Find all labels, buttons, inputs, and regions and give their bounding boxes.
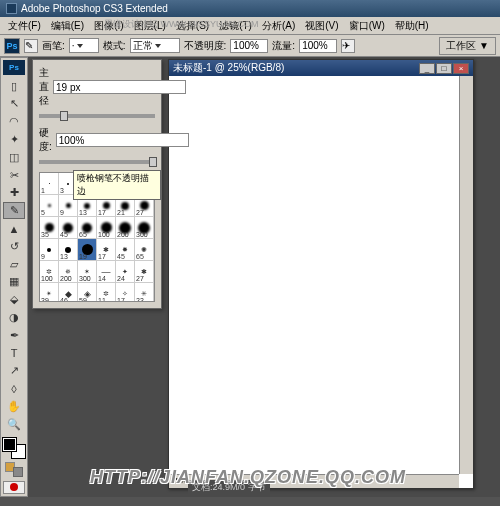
brush-preset[interactable]: ✲11 xyxy=(97,283,116,302)
brush-preset[interactable]: 35 xyxy=(40,217,59,239)
menu-view[interactable]: 视图(V) xyxy=(301,18,342,34)
brush-preset[interactable]: ✴39 xyxy=(40,283,59,302)
brush-preset[interactable]: ◈59 xyxy=(78,283,97,302)
menu-bar: 文件(F) 编辑(E) 图像(I) 图层(L) 选择(S) 滤镜(T) 分析(A… xyxy=(0,17,500,35)
menu-help[interactable]: 帮助(H) xyxy=(391,18,433,34)
hardness-label: 硬度: xyxy=(39,126,52,154)
menu-edit[interactable]: 编辑(E) xyxy=(47,18,88,34)
foreground-color[interactable] xyxy=(3,438,16,451)
marquee-tool[interactable]: ▯ xyxy=(3,78,25,95)
brush-label: 画笔: xyxy=(42,39,65,53)
brush-preset[interactable]: 45 xyxy=(59,217,78,239)
blend-mode-dropdown[interactable]: 正常 xyxy=(130,38,180,53)
zoom-tool[interactable]: 🔍 xyxy=(3,416,25,433)
diameter-slider[interactable] xyxy=(39,114,155,118)
brush-picker-panel: 主直径 硬度: 13591319591317212735456510020030… xyxy=(32,59,162,309)
toolbox: Ps ▯ ↖ ◠ ✦ ◫ ✂ ✚ ✎ ▲ ↺ ▱ ▦ ⬙ ◑ ✒ T ↗ ◊ ✋… xyxy=(0,57,28,497)
brush-preset[interactable]: 100 xyxy=(97,217,116,239)
ps-logo-icon: Ps xyxy=(4,38,20,54)
diameter-input[interactable] xyxy=(53,80,186,94)
document-window: 未标题-1 @ 25%(RGB/8) _ □ × 25% xyxy=(168,59,474,489)
brush-preset[interactable]: 9 xyxy=(40,239,59,261)
brush-preset-dropdown[interactable]: · xyxy=(69,38,99,53)
toolbox-header-icon: Ps xyxy=(3,60,25,75)
brush-preset[interactable]: ✱27 xyxy=(135,261,154,283)
brush-tool[interactable]: ✎ xyxy=(3,202,25,219)
brush-preset[interactable]: ✱17 xyxy=(97,239,116,261)
url-watermark: HTTP://JIANFAN.QZONE.QQ.COM xyxy=(90,467,406,488)
brush-preset[interactable]: 13 xyxy=(59,239,78,261)
shape-tool[interactable]: ◊ xyxy=(3,380,25,397)
quickmask-button[interactable] xyxy=(3,481,25,494)
watermark-text: 思缘设计论坛 WWW.MISSYUAN.COM xyxy=(100,17,263,32)
brush-preset[interactable]: ✧17 xyxy=(116,283,135,302)
workspace-button[interactable]: 工作区 ▼ xyxy=(439,37,496,55)
healing-tool[interactable]: ✚ xyxy=(3,185,25,202)
brush-preset[interactable]: 1 xyxy=(40,173,59,195)
eraser-tool[interactable]: ▱ xyxy=(3,256,25,273)
dodge-tool[interactable]: ◑ xyxy=(3,309,25,326)
color-swatch[interactable] xyxy=(3,438,25,458)
airbrush-icon[interactable]: ✈ xyxy=(341,39,355,53)
opacity-label: 不透明度: xyxy=(184,39,227,53)
diameter-label: 主直径 xyxy=(39,66,49,108)
close-button[interactable]: × xyxy=(453,63,469,74)
hardness-input[interactable] xyxy=(56,133,189,147)
brush-preset[interactable]: 19 xyxy=(78,239,97,261)
pen-tool[interactable]: ✒ xyxy=(3,327,25,344)
history-brush-tool[interactable]: ↺ xyxy=(3,238,25,255)
brush-preset[interactable]: ✺65 xyxy=(135,239,154,261)
vertical-scrollbar[interactable] xyxy=(459,76,473,474)
stamp-tool[interactable]: ▲ xyxy=(3,220,25,237)
gradient-tool[interactable]: ▦ xyxy=(3,274,25,291)
slice-tool[interactable]: ✂ xyxy=(3,167,25,184)
brush-preset[interactable]: ◆46 xyxy=(59,283,78,302)
canvas[interactable] xyxy=(169,76,473,488)
brush-preset[interactable]: ✵200 xyxy=(59,261,78,283)
window-controls: _ □ × xyxy=(419,63,469,74)
opacity-input[interactable] xyxy=(230,39,268,53)
hand-tool[interactable]: ✋ xyxy=(3,398,25,415)
brush-tooltip: 喷枪钢笔不透明描边 xyxy=(73,170,161,200)
main-area: Ps ▯ ↖ ◠ ✦ ◫ ✂ ✚ ✎ ▲ ↺ ▱ ▦ ⬙ ◑ ✒ T ↗ ◊ ✋… xyxy=(0,57,500,497)
document-titlebar[interactable]: 未标题-1 @ 25%(RGB/8) _ □ × xyxy=(169,60,473,76)
brush-preset[interactable]: 5 xyxy=(40,195,59,217)
brush-tool-icon: ✎ xyxy=(24,39,38,53)
move-tool[interactable]: ↖ xyxy=(3,96,25,113)
app-title: Adobe Photoshop CS3 Extended xyxy=(21,3,168,14)
brush-preset[interactable]: —14 xyxy=(97,261,116,283)
mode-label: 模式: xyxy=(103,39,126,53)
lasso-tool[interactable]: ◠ xyxy=(3,113,25,130)
brush-preset[interactable]: 300 xyxy=(135,217,154,239)
app-icon xyxy=(6,3,17,14)
blur-tool[interactable]: ⬙ xyxy=(3,291,25,308)
document-title: 未标题-1 @ 25%(RGB/8) xyxy=(173,61,284,75)
brush-preset[interactable]: 65 xyxy=(78,217,97,239)
brush-preset[interactable]: ✲100 xyxy=(40,261,59,283)
options-bar: Ps ✎ 画笔: · 模式: 正常 不透明度: 流量: ✈ 工作区 ▼ xyxy=(0,35,500,57)
brush-preset[interactable]: ✦24 xyxy=(116,261,135,283)
maximize-button[interactable]: □ xyxy=(436,63,452,74)
flow-label: 流量: xyxy=(272,39,295,53)
title-bar: Adobe Photoshop CS3 Extended xyxy=(0,0,500,17)
secondary-swatch xyxy=(3,461,25,478)
flow-input[interactable] xyxy=(299,39,337,53)
brush-preset[interactable]: ✳23 xyxy=(135,283,154,302)
brush-preset[interactable]: ✸45 xyxy=(116,239,135,261)
menu-window[interactable]: 窗口(W) xyxy=(345,18,389,34)
menu-file[interactable]: 文件(F) xyxy=(4,18,45,34)
workspace: 主直径 硬度: 13591319591317212735456510020030… xyxy=(28,57,500,497)
menu-analysis[interactable]: 分析(A) xyxy=(258,18,299,34)
path-tool[interactable]: ↗ xyxy=(3,363,25,380)
brush-preset[interactable]: ✶300 xyxy=(78,261,97,283)
type-tool[interactable]: T xyxy=(3,345,25,362)
hardness-slider[interactable] xyxy=(39,160,155,164)
brush-preset[interactable]: 200 xyxy=(116,217,135,239)
crop-tool[interactable]: ◫ xyxy=(3,149,25,166)
wand-tool[interactable]: ✦ xyxy=(3,131,25,148)
minimize-button[interactable]: _ xyxy=(419,63,435,74)
